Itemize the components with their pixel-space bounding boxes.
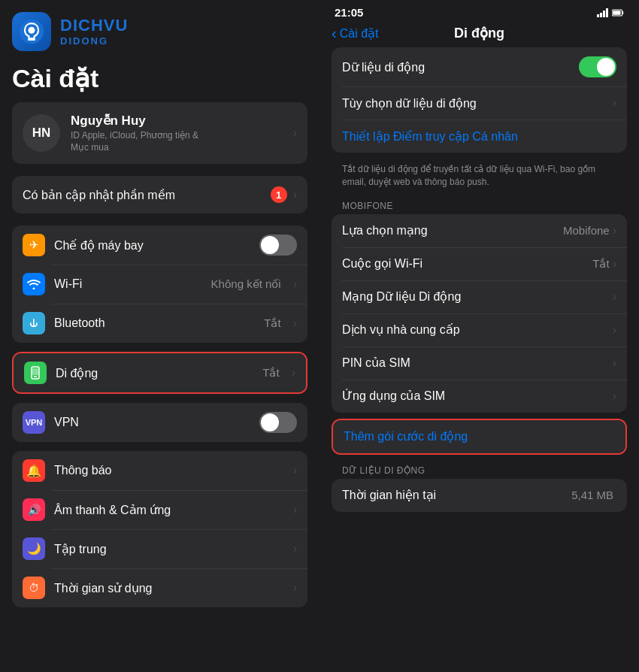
network-selection-chevron: › bbox=[613, 224, 616, 238]
bluetooth-value: Tắt bbox=[264, 316, 280, 330]
current-period-value: 5,41 MB bbox=[571, 489, 613, 501]
focus-label: Tập trung bbox=[54, 542, 284, 556]
right-content: Dữ liệu di động Tùy chọn dữ liệu di động… bbox=[320, 47, 639, 512]
status-icons bbox=[597, 8, 624, 17]
back-label: Cài đặt bbox=[340, 26, 379, 41]
provider-service-chevron: › bbox=[613, 323, 616, 337]
left-header: DICHVU DIDONG bbox=[0, 0, 320, 57]
bluetooth-label: Bluetooth bbox=[54, 316, 255, 330]
add-plan-label: Thêm gói cước di động bbox=[344, 429, 468, 443]
data-options-chevron: › bbox=[613, 96, 616, 110]
mobile-network-item[interactable]: Mạng Dữ liệu Di động › bbox=[332, 280, 627, 313]
sound-icon: 🔊 bbox=[23, 498, 45, 521]
data-options-label: Tùy chọn dữ liệu di động bbox=[342, 96, 613, 110]
back-chevron-icon: ‹ bbox=[332, 25, 337, 42]
wifi-calling-item[interactable]: Cuộc gọi Wi-Fi Tắt › bbox=[332, 247, 627, 280]
dimobile-chevron: › bbox=[292, 366, 295, 380]
update-card[interactable]: Có bản cập nhật phần mềm 1 › bbox=[12, 176, 307, 213]
vpn-item[interactable]: VPN VPN bbox=[12, 403, 307, 442]
notifications-item[interactable]: 🔔 Thông báo › bbox=[12, 451, 307, 490]
svg-rect-8 bbox=[606, 8, 608, 17]
mobile-network-chevron: › bbox=[613, 290, 616, 304]
wifi-calling-value: Tắt bbox=[592, 257, 609, 271]
back-button[interactable]: ‹ Cài đặt bbox=[332, 25, 378, 42]
wifi-value: Không kết nối bbox=[211, 277, 281, 291]
notifications-chevron: › bbox=[293, 464, 297, 477]
dimobile-highlight[interactable]: Di động Tắt › bbox=[12, 352, 307, 394]
svg-rect-4 bbox=[32, 368, 38, 375]
status-bar: 21:05 bbox=[320, 0, 639, 22]
right-panel: 21:05 ‹ Cài đặt Di động bbox=[320, 0, 639, 672]
svg-rect-7 bbox=[603, 11, 605, 17]
sim-apps-chevron: › bbox=[613, 389, 616, 403]
screentime-icon: ⏱ bbox=[23, 577, 45, 599]
airplane-label: Chế độ máy bay bbox=[54, 238, 250, 253]
svg-point-1 bbox=[29, 27, 35, 34]
dimobile-icon bbox=[24, 362, 47, 384]
wifi-calling-chevron: › bbox=[613, 257, 616, 271]
dimobile-item[interactable]: Di động Tắt › bbox=[14, 353, 306, 392]
network-selection-item[interactable]: Lựa chọn mạng Mobifone › bbox=[332, 214, 627, 247]
mobifone-group: Lựa chọn mạng Mobifone › Cuộc gọi Wi-Fi … bbox=[332, 214, 627, 413]
network-group: ✈ Chế độ máy bay Wi-Fi Không kết nối › ⫝… bbox=[12, 226, 307, 343]
network-selection-value: Mobifone bbox=[563, 224, 610, 237]
right-nav: ‹ Cài đặt Di động bbox=[320, 22, 639, 47]
screentime-chevron: › bbox=[293, 581, 297, 595]
wifi-label: Wi-Fi bbox=[54, 277, 202, 291]
sim-pin-item[interactable]: PIN của SIM › bbox=[332, 347, 627, 380]
vpn-label: VPN bbox=[54, 416, 250, 429]
network-selection-label: Lựa chọn mạng bbox=[342, 223, 563, 238]
profile-subtitle: ID Apple, iCloud, Phương tiện &Mục mua bbox=[71, 130, 283, 153]
airplane-mode-item[interactable]: ✈ Chế độ máy bay bbox=[12, 226, 307, 265]
dimobile-label: Di động bbox=[56, 366, 253, 380]
sim-pin-label: PIN của SIM bbox=[342, 356, 613, 370]
sound-chevron: › bbox=[293, 503, 297, 516]
logo bbox=[12, 12, 51, 51]
hotspot-item[interactable]: Thiết lập Điểm truy cập Cá nhân bbox=[332, 120, 627, 153]
focus-icon: 🌙 bbox=[23, 537, 45, 560]
airplane-toggle[interactable] bbox=[259, 235, 297, 256]
brand-name: DICHVU bbox=[60, 17, 128, 35]
brand-sub: DIDONG bbox=[60, 35, 128, 47]
svg-rect-10 bbox=[622, 11, 624, 14]
airplane-icon: ✈ bbox=[23, 234, 45, 256]
svg-rect-6 bbox=[600, 13, 602, 17]
bluetooth-item[interactable]: ⫝ Bluetooth Tắt › bbox=[12, 304, 307, 343]
profile-card[interactable]: HN Nguyễn Huy ID Apple, iCloud, Phương t… bbox=[12, 102, 307, 164]
provider-service-label: Dịch vụ nhà cung cấp bbox=[342, 322, 613, 337]
update-chevron: › bbox=[293, 188, 297, 201]
screentime-item[interactable]: ⏱ Thời gian sử dụng › bbox=[12, 568, 307, 607]
avatar: HN bbox=[23, 114, 60, 152]
wifi-calling-label: Cuộc gọi Wi-Fi bbox=[342, 256, 592, 271]
focus-chevron: › bbox=[293, 542, 297, 555]
vpn-toggle[interactable] bbox=[259, 412, 297, 433]
sim-apps-item[interactable]: Ứng dụng của SIM › bbox=[332, 380, 627, 413]
provider-service-item[interactable]: Dịch vụ nhà cung cấp › bbox=[332, 313, 627, 347]
update-label: Có bản cập nhật phần mềm bbox=[23, 188, 175, 202]
main-data-group: Dữ liệu di động Tùy chọn dữ liệu di động… bbox=[332, 47, 627, 153]
mobile-data-item[interactable]: Dữ liệu di động bbox=[332, 47, 627, 86]
vpn-group: VPN VPN bbox=[12, 403, 307, 442]
bluetooth-icon: ⫝ bbox=[23, 312, 45, 334]
wifi-item[interactable]: Wi-Fi Không kết nối › bbox=[12, 265, 307, 304]
update-right: 1 › bbox=[271, 186, 297, 203]
bluetooth-chevron: › bbox=[293, 316, 297, 330]
data-section-label: DỮ LIỆU DI ĐỘNG bbox=[332, 461, 627, 479]
page-title: Di động bbox=[454, 25, 504, 41]
mobile-network-label: Mạng Dữ liệu Di động bbox=[342, 289, 613, 304]
status-time: 21:05 bbox=[335, 6, 363, 19]
sound-item[interactable]: 🔊 Âm thanh & Cảm ứng › bbox=[12, 490, 307, 529]
wifi-icon bbox=[23, 273, 45, 295]
mobile-data-toggle[interactable] bbox=[579, 56, 616, 77]
sound-label: Âm thanh & Cảm ứng bbox=[54, 503, 284, 517]
data-description: Tắt dữ liệu di động để truyền tất cả dữ … bbox=[332, 159, 627, 196]
profile-info: Nguyễn Huy ID Apple, iCloud, Phương tiện… bbox=[71, 113, 283, 153]
focus-item[interactable]: 🌙 Tập trung › bbox=[12, 529, 307, 568]
notifications-label: Thông báo bbox=[54, 464, 284, 477]
add-plan-item[interactable]: Thêm gói cước di động bbox=[333, 420, 625, 453]
data-options-item[interactable]: Tùy chọn dữ liệu di động › bbox=[332, 86, 627, 120]
dimobile-value: Tắt bbox=[262, 366, 279, 380]
notifications-icon: 🔔 bbox=[23, 459, 45, 482]
add-plan-highlight[interactable]: Thêm gói cước di động bbox=[332, 419, 627, 455]
svg-rect-5 bbox=[597, 14, 599, 17]
